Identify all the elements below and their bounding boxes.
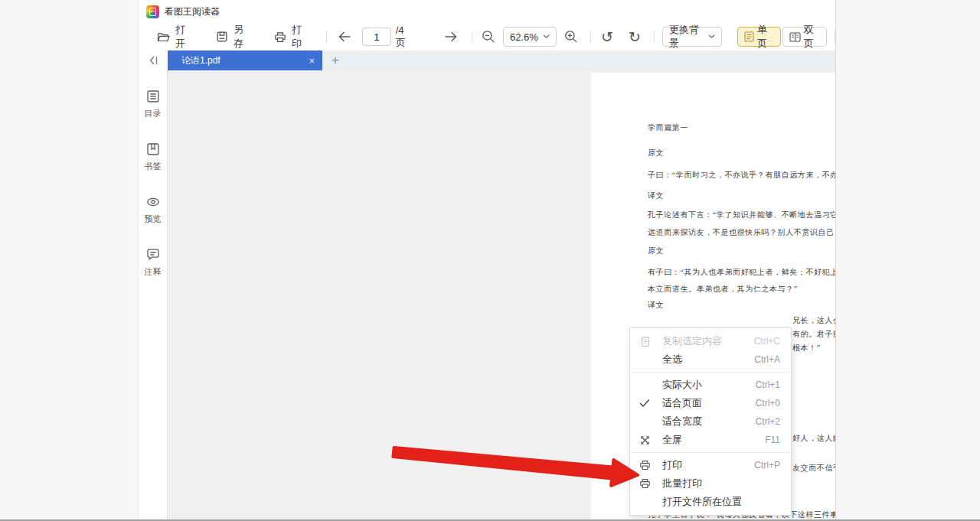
menu-item-label: 全选 [662, 353, 682, 366]
menu-item-open-file-location[interactable]: 打开文件所在位置 [630, 493, 791, 511]
pdf-text-line: 译文 [648, 190, 664, 201]
save-icon [216, 31, 228, 43]
open-button[interactable]: 打开 [149, 27, 199, 47]
tab-title: 论语1.pdf [181, 54, 220, 67]
rotate-right-button[interactable]: ↻ [625, 27, 645, 47]
pdf-text-line: 远道而来探访友，不是也很快乐吗？别人不赏识自己，却能不 [648, 227, 835, 238]
zoom-out-button[interactable] [479, 27, 498, 47]
toolbar-separator [590, 31, 591, 43]
toolbar-separator [326, 31, 327, 43]
rotate-right-icon: ↻ [629, 30, 641, 44]
menu-item-label: 实际大小 [662, 378, 702, 392]
tab-bar: 论语1.pdf × + [139, 50, 835, 70]
page-number-input[interactable] [362, 28, 391, 46]
tab-close-icon[interactable]: × [309, 55, 315, 67]
menu-separator [631, 372, 790, 373]
app-title: 看图王阅读器 [165, 5, 220, 18]
single-page-icon [744, 31, 754, 42]
bookmark-icon [145, 142, 161, 157]
menu-item-batch-print[interactable]: 批量打印 [630, 474, 791, 493]
menu-item-shortcut: F11 [765, 435, 780, 445]
print-button[interactable]: 打印 [266, 27, 315, 47]
menu-item-label: 打开文件所在位置 [662, 495, 742, 509]
sidebar-item-label: 书签 [145, 161, 162, 172]
menu-item-shortcut: Ctrl+C [754, 336, 780, 347]
menu-item-actual-size[interactable]: 实际大小 Ctrl+1 [630, 376, 791, 394]
page-total-label: /4页 [396, 24, 412, 50]
sidebar-item-label: 目录 [145, 108, 162, 119]
menu-item-print[interactable]: 打印 Ctrl+P [630, 456, 791, 474]
sidebar-item-label: 预览 [145, 213, 162, 225]
pdf-text-line: 原文 [648, 148, 664, 158]
menu-item-shortcut: Ctrl+0 [756, 398, 780, 409]
menu-item-select-all[interactable]: 全选 Ctrl+A [630, 350, 791, 369]
pdf-text-fragment: 有的。君子致力 [792, 329, 835, 340]
new-tab-button[interactable]: + [322, 50, 348, 70]
pdf-text-line: 原文 [648, 246, 664, 256]
printer-icon [639, 478, 656, 489]
open-button-label: 打开 [175, 23, 191, 50]
document-tab[interactable]: 论语1.pdf × [168, 50, 322, 70]
folder-open-icon [157, 31, 170, 43]
toolbar-separator [654, 31, 655, 43]
toolbar: 打开 另存 打印 /4页 [139, 23, 835, 50]
collapse-left-icon [149, 56, 158, 65]
sidebar-item-preview[interactable]: 预览 [145, 194, 162, 225]
zoom-out-icon [482, 30, 495, 44]
pdf-text-fragment: 好人，这人缺 [792, 433, 835, 444]
sidebar-item-label: 注释 [145, 266, 162, 278]
rotate-left-icon: ↺ [601, 30, 613, 44]
menu-item-copy-selection: 复制选定内容 Ctrl+C [630, 332, 791, 350]
menu-item-fullscreen[interactable]: 全屏 F11 [630, 431, 791, 449]
copy-icon [639, 336, 656, 347]
save-as-button-label: 另存 [234, 23, 250, 50]
arrow-left-icon [338, 31, 351, 42]
title-bar: 看图王阅读器 [139, 0, 835, 23]
toc-list-icon [145, 89, 161, 104]
zoom-level-value: 62.6% [510, 31, 538, 43]
zoom-in-button[interactable] [561, 27, 581, 47]
sidebar-item-annotations[interactable]: 注释 [145, 247, 162, 278]
next-page-button[interactable] [441, 27, 461, 47]
pdf-text-line: 有子曰：“其为人也孝弟而好犯上者，鲜矣；不好犯上而好作乱 [648, 267, 835, 278]
menu-item-shortcut: Ctrl+A [754, 354, 780, 365]
pdf-text-line: 子曰：“学而时习之，不亦说乎？有朋自远方来，不亦乐乎？人 [648, 170, 835, 181]
chevron-down-icon [543, 34, 550, 39]
printer-icon [639, 460, 656, 471]
menu-item-fit-width[interactable]: 适合宽度 Ctrl+2 [630, 412, 791, 431]
eye-icon [145, 194, 161, 210]
left-sidebar: 目录 书签 预览 注释 [139, 70, 168, 521]
double-page-button[interactable]: 双页 [782, 27, 827, 47]
app-logo-icon [146, 5, 159, 18]
menu-item-shortcut: Ctrl+2 [756, 416, 780, 427]
collapse-sidebar-button[interactable] [139, 50, 168, 70]
pdf-text-fragment: 友交而不信乎 [792, 463, 835, 474]
printer-icon [274, 31, 286, 43]
pdf-text-line: 本立而道生。孝弟也者，其为仁之本与？” [648, 284, 798, 295]
double-page-label: 双页 [804, 23, 820, 50]
chevron-down-icon [708, 34, 715, 39]
pdf-text-line: 译文 [648, 300, 664, 311]
toolbar-separator [472, 31, 472, 43]
pdf-text-fragment: 根本！” [792, 343, 821, 353]
menu-separator [631, 452, 790, 453]
zoom-in-icon [564, 30, 578, 44]
menu-item-label: 复制选定内容 [662, 334, 722, 348]
sidebar-item-bookmarks[interactable]: 书签 [145, 142, 162, 172]
rotate-left-button[interactable]: ↺ [597, 27, 617, 47]
pdf-text-line: 孔子论述有下言：“学了知识并能够、不断地去温习它，不是也 [648, 210, 835, 220]
change-background-dropdown[interactable]: 更换背景 [662, 27, 722, 47]
menu-item-fit-page[interactable]: 适合页面 Ctrl+0 [630, 394, 791, 412]
single-page-button[interactable]: 单页 [737, 27, 781, 47]
previous-page-button[interactable] [335, 27, 354, 47]
fullscreen-icon [639, 435, 656, 446]
pdf-text-fragment: 兄长，这人会 [792, 315, 835, 326]
arrow-right-icon [444, 31, 458, 42]
zoom-level-select[interactable]: 62.6% [503, 27, 557, 47]
sidebar-item-toc[interactable]: 目录 [145, 89, 162, 119]
double-page-icon [789, 32, 801, 42]
desktop: 看图王阅读器 打开 另存 打印 [0, 0, 980, 521]
menu-item-label: 适合宽度 [662, 415, 702, 428]
single-page-label: 单页 [757, 23, 774, 50]
save-as-button[interactable]: 另存 [208, 27, 257, 47]
